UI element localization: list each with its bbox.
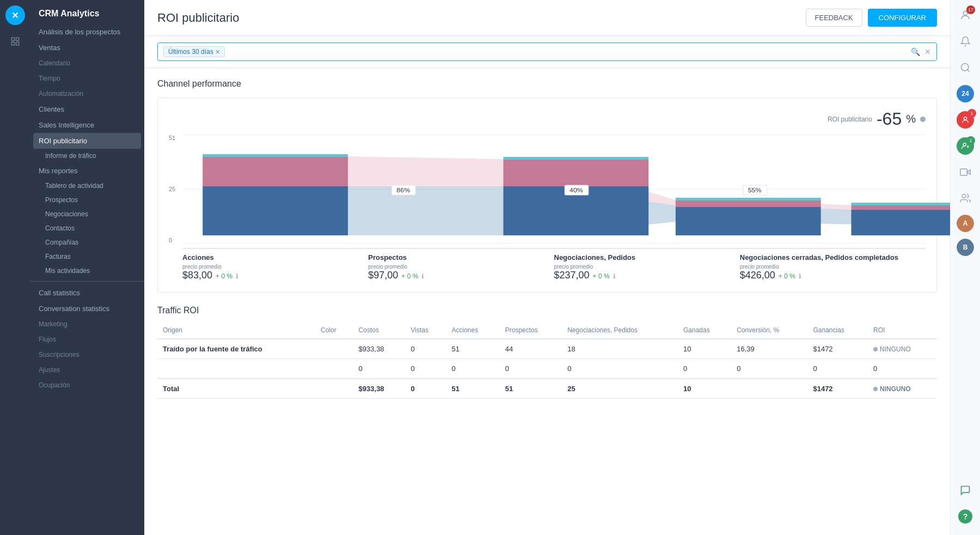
nav-icon-1[interactable] [5,32,25,51]
stage-cerradas-change: + 0 % [779,272,795,280]
svg-rect-0 [11,38,14,40]
sidebar-item-conversation-stats[interactable]: Conversation statistics [30,301,144,317]
sidebar-item-tablero[interactable]: Tablero de actividad [30,179,144,193]
stage-negociaciones: Negociaciones, Pedidos precio promedio $… [554,248,740,281]
funnel-chart-area: 51 25 0 [169,135,926,244]
svg-rect-12 [203,186,348,235]
svg-point-32 [963,143,966,146]
sidebar-item-companias[interactable]: Compañías [30,235,144,250]
stage-cerradas-price-label: precio promedio [740,264,926,270]
user-add-icon[interactable]: 1 [955,136,975,156]
search-bar-icon[interactable] [955,58,975,77]
sidebar-divider-1 [30,281,144,282]
row1-origen: Traído por la fuente de tráfico [157,339,315,359]
help-icon[interactable]: ? [955,507,975,526]
avatar-2[interactable]: B [957,239,974,256]
filter-bar: Últimos 30 días × 🔍 ✕ [144,36,950,68]
content-body: Channel performance ROI publicitario -65… [144,68,950,535]
sidebar-item-informe-trafico[interactable]: Informe de tráfico [30,149,144,163]
sidebar-item-marketing[interactable]: Marketing [30,317,144,332]
team-icon[interactable] [955,189,975,208]
row1-roi-label: NINGUNO [880,345,911,353]
user-add-badge: 1 [966,136,975,145]
sidebar-item-mis-actividades[interactable]: Mis actividades [30,264,144,278]
notification-bell-icon[interactable] [955,32,975,51]
sidebar-item-prospectos[interactable]: Prospectos [30,193,144,207]
total-prospectos: 51 [500,379,562,399]
roi-unit: % [906,113,916,125]
svg-marker-4 [348,156,503,186]
filter-input-area[interactable]: Últimos 30 días × 🔍 ✕ [157,42,937,61]
sidebar-item-ocupacion[interactable]: Ocupación [30,378,144,393]
sidebar-item-ventas[interactable]: Ventas [30,40,144,56]
feedback-button[interactable]: FEEDBACK [806,9,862,27]
stage-prospectos-price-label: precio promedio [368,264,554,270]
total-conversion [731,379,807,399]
configurar-button[interactable]: CONFIGURAR [868,9,937,27]
svg-rect-2 [11,42,14,45]
contact-icon[interactable]: 1 [955,110,975,130]
y-axis: 51 25 0 [169,135,182,244]
total-color [315,379,353,399]
stage-acciones-name: Acciones [182,253,368,262]
stage-cerradas: Negociaciones cerradas, Pedidos completa… [740,248,926,281]
phone-icon[interactable]: 24 [955,84,975,104]
contact-badge: 1 [967,109,976,118]
stage-info-row: Acciones precio promedio $83,00 + 0 % ℹ … [169,248,926,281]
sidebar-item-analisis[interactable]: Análisis de los prospectos [30,24,144,40]
sidebar-item-automatizacion[interactable]: Automatización [30,86,144,101]
row2-acciones: 0 [446,359,499,379]
sidebar-item-clientes[interactable]: Clientes [30,101,144,117]
col-color: Color [315,322,353,339]
traffic-roi-table: Origen Color Costos Vistas Acciones Pros… [157,322,937,399]
table-header: Origen Color Costos Vistas Acciones Pros… [157,322,937,339]
svg-rect-18 [676,198,821,200]
clear-icon[interactable]: ✕ [924,47,931,56]
sidebar-item-suscripciones[interactable]: Suscripciones [30,347,144,362]
sidebar-item-roi-publicitario[interactable]: ROI publicitario [33,133,141,149]
svg-text:55%: 55% [748,187,762,193]
stage-acciones: Acciones precio promedio $83,00 + 0 % ℹ [182,248,368,281]
sidebar-item-facturas[interactable]: Facturas [30,250,144,264]
page-title: ROI publicitario [157,11,239,25]
filter-tag-close[interactable]: × [216,48,220,56]
top-header: ROI publicitario FEEDBACK CONFIGURAR [144,0,950,36]
row2-prospectos: 0 [500,359,562,379]
sidebar-header: CRM Analytics [30,0,144,24]
roi-label: ROI publicitario [828,115,872,123]
video-call-icon[interactable] [955,162,975,182]
user-profile-icon[interactable]: 17 [955,5,975,25]
total-roi-label: NINGUNO [880,385,911,393]
search-icon: 🔍 [911,47,920,56]
stage-negociaciones-price-label: precio promedio [554,264,740,270]
sidebar-item-mis-reportes[interactable]: Mis reportes [30,163,144,179]
sidebar-item-negociaciones[interactable]: Negociaciones [30,207,144,221]
row2-roi: 0 [868,359,937,379]
sidebar-item-contactos[interactable]: Contactos [30,221,144,235]
svg-rect-36 [960,169,967,175]
col-costos: Costos [353,322,406,339]
row2-ganancias: 0 [807,359,868,379]
col-acciones: Acciones [446,322,499,339]
total-acciones: 51 [446,379,499,399]
total-ganadas: 10 [678,379,731,399]
sidebar-item-call-stats[interactable]: Call statistics [30,285,144,301]
svg-rect-19 [676,200,821,207]
sidebar-item-calendario[interactable]: Calendario [30,56,144,71]
row2-ganadas: 0 [678,359,731,379]
stage-prospectos-price: $97,00 [368,270,398,281]
sidebar-item-ajustes[interactable]: Ajustes [30,362,144,378]
channel-performance-title: Channel performance [157,79,937,89]
svg-point-37 [962,194,966,198]
sidebar-item-tiempo[interactable]: Tiempo [30,71,144,86]
sidebar-item-flujos[interactable]: Flujos [30,332,144,347]
row1-ganancias: $1472 [807,339,868,359]
filter-tag-label: Últimos 30 días [168,48,213,56]
app-icon[interactable]: ✕ [5,5,25,25]
avatar-1[interactable]: A [957,215,974,232]
traffic-roi-section: Traffic ROI Origen Color Costos Vistas A… [157,306,937,399]
chat-icon[interactable] [955,481,975,500]
svg-rect-11 [203,157,348,186]
stage-acciones-change: + 0 % [216,272,232,280]
sidebar-item-sales-intelligence[interactable]: Sales Intelligence [30,117,144,133]
